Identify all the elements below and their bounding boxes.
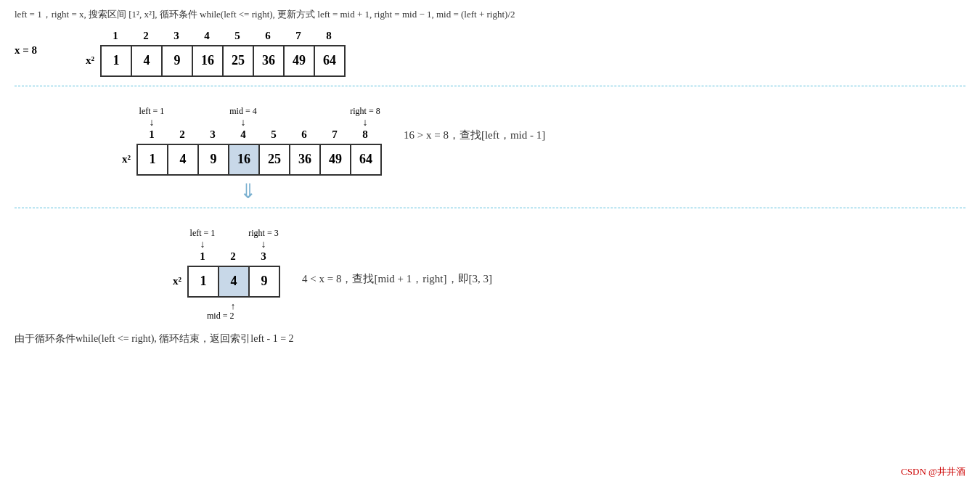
section1-array-label: x²: [73, 54, 94, 67]
section3-array-label: x²: [160, 275, 181, 287]
section2-pointers: left = 1↓mid = 4↓right = 8↓: [109, 92, 380, 128]
array-cell: 49: [320, 144, 351, 175]
array-cell: 9: [162, 46, 192, 76]
array-cell: 16: [192, 46, 223, 76]
array-cell: 1: [137, 144, 168, 175]
pointer: right = 8↓: [350, 106, 380, 128]
section1-col-numbers: 12345678: [100, 30, 346, 42]
big-arrow-down: ⇓: [240, 181, 965, 202]
array-cell: 16: [229, 144, 259, 175]
array-cell: 4: [131, 46, 162, 76]
col-num: 3: [161, 30, 192, 42]
col-num: 5: [258, 128, 289, 141]
x-label: x = 8: [15, 44, 58, 57]
section2-note: 16 > x = 8，查找[left，mid - 1]: [404, 128, 545, 142]
col-num: 1: [187, 250, 218, 263]
section2-array-label: x²: [109, 153, 131, 165]
footer-note: 由于循环条件while(left <= right), 循环结束，返回索引lef…: [15, 332, 965, 345]
divider1: [15, 86, 965, 86]
array-cell: 25: [259, 144, 290, 175]
col-num: 3: [197, 128, 228, 141]
section1: x = 8 12345678 x² 1491625364964: [15, 30, 965, 80]
section2-col-numbers: 12345678: [136, 128, 382, 141]
array-cell: 64: [314, 46, 345, 76]
col-num: 4: [192, 30, 222, 42]
col-num: 2: [167, 128, 197, 141]
array-cell: 1: [188, 266, 219, 297]
col-num: 8: [314, 30, 344, 42]
col-num: 2: [218, 250, 248, 263]
array-cell: 49: [284, 46, 314, 76]
col-num: 4: [228, 128, 258, 141]
col-num: 2: [131, 30, 161, 42]
mid-label: mid = 2: [207, 311, 234, 322]
col-num: 5: [222, 30, 253, 42]
section2-array: x² 1491625364964: [109, 144, 382, 176]
section3-col-numbers: 123: [187, 250, 280, 263]
col-num: 1: [136, 128, 167, 141]
section3-pointers: left = 1↓right = 3↓: [160, 214, 279, 250]
section1-array: x² 1491625364964: [73, 45, 346, 77]
pointer: mid = 4↓: [228, 106, 258, 128]
col-num: 3: [248, 250, 279, 263]
col-num: 1: [100, 30, 131, 42]
section2-table: 1491625364964: [136, 144, 382, 176]
csdn-watermark: CSDN @井井酒: [901, 465, 965, 478]
array-cell: 36: [290, 144, 320, 175]
array-cell: 4: [168, 144, 198, 175]
section3-note: 4 < x = 8，查找[mid + 1，right]，即[3, 3]: [302, 272, 492, 286]
array-cell: 36: [253, 46, 284, 76]
pointer: left = 1↓: [187, 228, 218, 250]
pointer: left = 1↓: [136, 106, 167, 128]
col-num: 7: [283, 30, 314, 42]
array-cell: 25: [223, 46, 253, 76]
top-description: left = 1，right = x, 搜索区间 [1², x²], 循环条件 …: [15, 7, 965, 22]
col-num: 6: [253, 30, 283, 42]
array-cell: 9: [198, 144, 229, 175]
col-num: 7: [319, 128, 350, 141]
divider2: [15, 208, 965, 208]
section2: left = 1↓mid = 4↓right = 8↓ 12345678 x² …: [15, 92, 965, 179]
section1-table: 1491625364964: [100, 45, 346, 77]
section3-table: 149: [187, 266, 280, 298]
section3-array: x² 149: [160, 266, 280, 298]
col-num: 8: [350, 128, 380, 141]
pointer: right = 3↓: [248, 228, 279, 250]
array-cell: 1: [101, 46, 131, 76]
section3: left = 1↓right = 3↓ 123 x² 149 ↑mid = 2 …: [15, 214, 965, 322]
array-cell: 4: [219, 266, 249, 297]
array-cell: 9: [249, 266, 279, 297]
col-num: 6: [289, 128, 319, 141]
array-cell: 64: [351, 144, 381, 175]
section3-mid-label: ↑mid = 2: [160, 300, 279, 322]
